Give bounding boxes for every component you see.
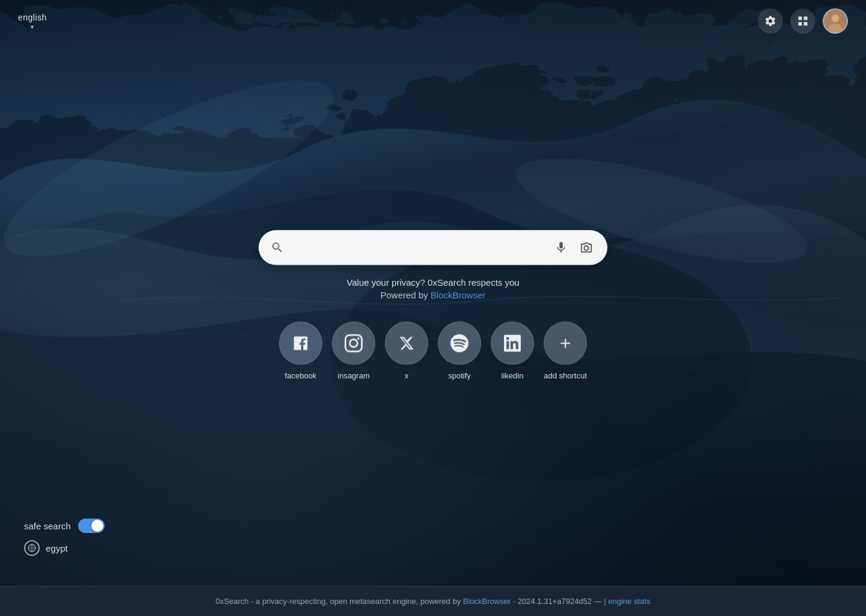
- grid-button[interactable]: [790, 8, 815, 34]
- privacy-text: Value your privacy? 0xSearch respects yo…: [346, 277, 519, 300]
- shortcut-x[interactable]: x: [385, 322, 428, 380]
- center-content: Value your privacy? 0xSearch respects yo…: [253, 230, 613, 380]
- language-label: english: [18, 13, 47, 22]
- shortcut-spotify-label: spotify: [448, 371, 471, 380]
- settings-button[interactable]: [758, 8, 783, 34]
- footer-description: 0xSearch - a privacy-respecting, open me…: [216, 597, 463, 606]
- privacy-line1: Value your privacy? 0xSearch respects yo…: [346, 277, 519, 288]
- instagram-icon: [332, 322, 375, 365]
- location-label: egypt: [46, 543, 68, 553]
- footer-text: 0xSearch - a privacy-respecting, open me…: [216, 597, 651, 606]
- language-selector[interactable]: english ▾: [18, 13, 47, 30]
- shortcut-linkedin-label: likedin: [502, 371, 524, 380]
- brand-link[interactable]: BlockBrowser: [431, 290, 486, 300]
- footer-bar: 0xSearch - a privacy-respecting, open me…: [0, 586, 866, 616]
- avatar-image: [824, 10, 847, 32]
- svg-point-8: [832, 14, 840, 22]
- toggle-thumb: [91, 520, 103, 532]
- add-shortcut-icon: +: [544, 322, 587, 365]
- grid-icon: [797, 15, 809, 27]
- safe-search-label: safe search: [24, 521, 71, 531]
- shortcut-instagram[interactable]: insagram: [332, 322, 375, 380]
- facebook-icon: [279, 322, 322, 365]
- shortcuts-row: facebook insagram x: [279, 322, 587, 380]
- shortcut-spotify[interactable]: spotify: [438, 322, 481, 380]
- search-bar: [259, 230, 607, 265]
- shortcut-instagram-label: insagram: [337, 371, 369, 380]
- search-icon: [271, 241, 284, 254]
- footer-version: - 2024.1.31+a7924d52 — |: [511, 597, 606, 606]
- safe-search-toggle[interactable]: [78, 519, 105, 533]
- location-row[interactable]: egypt: [24, 540, 105, 556]
- shortcut-add-label: add shortcut: [544, 371, 587, 380]
- mic-button[interactable]: [550, 236, 573, 259]
- mic-icon: [554, 241, 568, 254]
- gear-icon: [764, 15, 776, 27]
- search-actions: [550, 236, 598, 259]
- powered-by-text: Powered by BlockBrowser: [346, 290, 519, 300]
- search-input[interactable]: [290, 242, 544, 253]
- spotify-icon: [438, 322, 481, 365]
- camera-button[interactable]: [575, 236, 598, 259]
- shortcut-add[interactable]: + add shortcut: [544, 322, 587, 380]
- avatar[interactable]: [823, 8, 848, 34]
- x-icon: [385, 322, 428, 365]
- linkedin-icon: [491, 322, 534, 365]
- shortcut-facebook-label: facebook: [285, 371, 317, 380]
- top-right-controls: [758, 8, 848, 34]
- chevron-down-icon: ▾: [31, 23, 34, 30]
- shortcut-linkedin[interactable]: likedin: [491, 322, 534, 380]
- safe-search-row: safe search: [24, 519, 105, 533]
- shortcut-facebook[interactable]: facebook: [279, 322, 322, 380]
- top-bar: english ▾: [0, 0, 866, 42]
- footer-brand-link[interactable]: BlockBrowser: [463, 597, 511, 606]
- engine-stats-link[interactable]: engine stats: [608, 597, 650, 606]
- location-icon: [24, 540, 40, 556]
- powered-by-prefix: Powered by: [380, 290, 430, 300]
- bottom-left-controls: safe search egypt: [24, 519, 105, 556]
- shortcut-x-label: x: [405, 371, 409, 380]
- camera-icon: [580, 241, 593, 254]
